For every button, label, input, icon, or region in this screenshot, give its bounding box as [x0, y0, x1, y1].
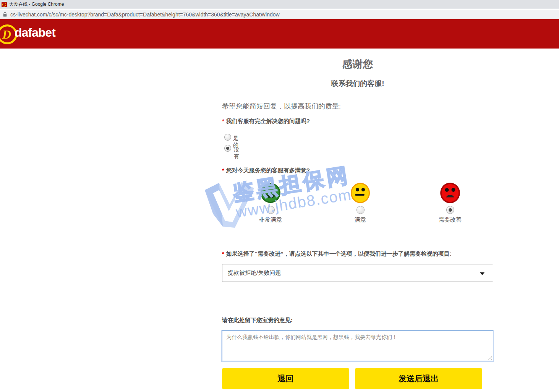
url-bar[interactable]: cs-livechat.com/c/sc/mc-desktop?brand=Da… — [0, 10, 559, 19]
happy-green-face-icon — [260, 183, 281, 203]
brand-header: D dafabet — [0, 19, 559, 49]
radio-satisfied[interactable] — [356, 206, 365, 214]
reason-select[interactable]: 提款被拒绝/失败问题 — [222, 264, 493, 282]
required-asterisk: * — [222, 250, 224, 257]
radio-option-no[interactable]: 没有 — [224, 145, 231, 153]
intro-text: 希望您能简短回复，以提高我们的质量: — [222, 102, 341, 111]
comment-textarea[interactable]: 为什么我赢钱不给出款，你们网站就是黑网，想黑钱，我要去曝光你们！ — [222, 330, 493, 361]
sad-red-face-icon — [440, 183, 460, 203]
brand-logo-text: dafabet — [15, 26, 55, 40]
radio-option-yes[interactable]: 是的 — [224, 134, 231, 142]
lock-icon — [3, 12, 7, 17]
required-asterisk: * — [222, 118, 224, 124]
radio-yes[interactable] — [224, 134, 231, 141]
comment-label: 请在此处留下您宝贵的意见: — [222, 317, 293, 324]
face-label-very-satisfied: 非常满意 — [259, 216, 282, 224]
reason-select-value: 提款被拒绝/失败问题 — [228, 269, 281, 277]
window-title: 大发在线 - Google Chrome — [9, 1, 64, 8]
page-subtitle: 联系我们的客服! — [222, 79, 493, 89]
radio-needs-improvement[interactable] — [446, 206, 454, 214]
required-asterisk: * — [222, 167, 224, 173]
face-label-needs-improvement: 需要改善 — [439, 216, 462, 224]
comment-field-wrap: 为什么我赢钱不给出款，你们网站就是黑网，想黑钱，我要去曝光你们！ — [222, 330, 493, 361]
page-title: 感谢您 — [222, 57, 493, 71]
url-text[interactable]: cs-livechat.com/c/sc/mc-desktop?brand=Da… — [10, 11, 280, 18]
radio-very-satisfied[interactable] — [267, 206, 275, 214]
window-titlebar: 大发在线 - Google Chrome — [0, 0, 559, 9]
face-label-satisfied: 满意 — [355, 216, 366, 224]
neutral-yellow-face-icon — [350, 183, 371, 203]
watermark-ribbon-icon — [202, 178, 254, 231]
satisfaction-option-needs-improvement[interactable]: 需要改善 — [427, 183, 473, 224]
send-and-exit-button[interactable]: 发送后退出 — [355, 368, 482, 389]
question-satisfaction-label: *您对今天服务您的客服有多满意? — [222, 167, 310, 174]
svg-text:D: D — [2, 28, 11, 41]
radio-no[interactable] — [224, 145, 231, 152]
question-reason-label: *如果选择了“需要改进”，请点选以下其中一个选项，以便我们进一步了解需要检视的项… — [222, 250, 452, 258]
dafabet-favicon-icon — [2, 2, 7, 7]
resize-handle-icon[interactable] — [488, 356, 492, 360]
satisfaction-option-satisfied[interactable]: 满意 — [337, 183, 383, 224]
question-resolved-label: *我们客服有完全解决您的问题吗? — [222, 118, 310, 125]
back-button[interactable]: 退回 — [222, 368, 349, 389]
chevron-down-icon — [480, 272, 484, 275]
radio-no-label[interactable]: 没有 — [234, 146, 239, 160]
satisfaction-option-very-satisfied[interactable]: 非常满意 — [248, 183, 293, 224]
